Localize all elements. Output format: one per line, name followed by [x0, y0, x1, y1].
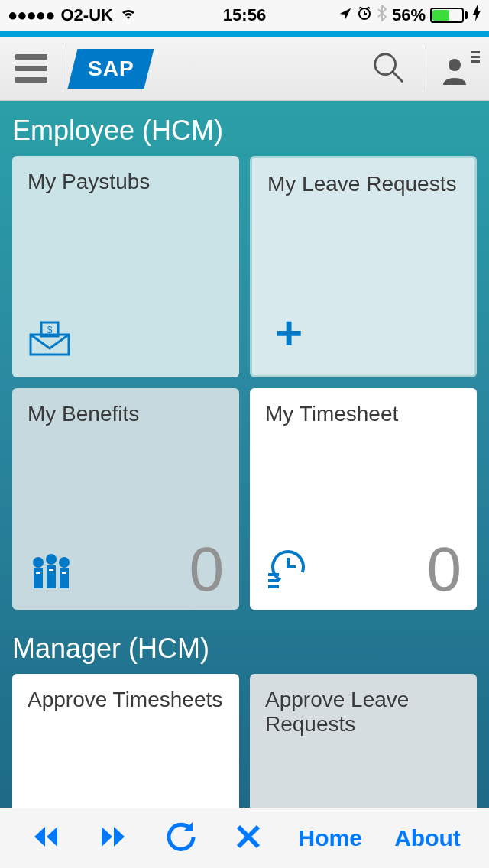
tile-approve-leave-requests[interactable]: Approve Leave Requests — [250, 674, 477, 808]
accent-strip — [0, 31, 489, 37]
timesheet-clock-icon — [265, 549, 306, 593]
tile-title: My Paystubs — [28, 170, 224, 194]
tile-my-benefits[interactable]: My Benefits 0 — [12, 388, 239, 610]
tile-count: 0 — [426, 533, 461, 605]
home-button[interactable]: Home — [298, 825, 361, 851]
app-header: SAP — [0, 37, 489, 101]
back-button[interactable] — [28, 819, 63, 857]
svg-line-2 — [393, 71, 403, 81]
tile-title: My Timesheet — [265, 402, 461, 426]
wifi-icon — [119, 5, 138, 25]
svg-rect-7 — [34, 568, 43, 588]
battery-pct: 56% — [392, 5, 426, 25]
reload-button[interactable] — [164, 819, 199, 857]
paystub-envelope-icon: $ — [28, 318, 72, 361]
svg-point-8 — [46, 554, 57, 565]
tile-my-paystubs[interactable]: My Paystubs $ — [12, 156, 239, 377]
section-title-employee: Employee (HCM) — [12, 115, 477, 147]
browser-toolbar: Home About — [0, 808, 489, 868]
tile-title: My Leave Requests — [267, 172, 459, 196]
tile-my-leave-requests[interactable]: My Leave Requests + — [250, 156, 477, 377]
about-button[interactable]: About — [394, 825, 461, 851]
charging-icon — [472, 5, 481, 26]
section-title-manager: Manager (HCM) — [12, 633, 477, 665]
svg-text:$: $ — [47, 325, 53, 335]
clock: 15:56 — [223, 5, 266, 25]
carrier-label: O2-UK — [60, 5, 112, 25]
location-icon — [338, 5, 352, 25]
signal-dots-icon: ●●●●● — [8, 5, 54, 25]
content-area[interactable]: Employee (HCM) My Paystubs $ My Leave Re… — [0, 101, 489, 808]
bluetooth-icon — [377, 5, 387, 26]
user-menu-button[interactable] — [423, 47, 480, 91]
svg-point-3 — [449, 59, 461, 71]
divider — [63, 47, 63, 91]
close-button[interactable] — [231, 819, 266, 857]
search-button[interactable] — [371, 50, 406, 88]
svg-point-10 — [59, 557, 70, 568]
svg-rect-11 — [60, 568, 69, 588]
tile-title: My Benefits — [28, 402, 224, 426]
svg-point-6 — [33, 557, 44, 568]
tile-approve-timesheets[interactable]: Approve Timesheets — [12, 674, 239, 808]
sap-logo[interactable]: SAP — [68, 49, 154, 89]
tile-my-timesheet[interactable]: My Timesheet 0 — [250, 388, 477, 610]
tile-count: 0 — [189, 533, 224, 605]
tile-title: Approve Leave Requests — [265, 688, 461, 737]
status-bar: ●●●●● O2-UK 15:56 56% — [0, 0, 489, 31]
svg-rect-9 — [47, 565, 56, 588]
forward-button[interactable] — [96, 819, 131, 857]
plus-icon: + — [275, 309, 303, 357]
menu-button[interactable] — [9, 54, 53, 83]
tile-title: Approve Timesheets — [28, 688, 224, 712]
battery-icon — [430, 8, 468, 23]
alarm-icon — [357, 5, 372, 25]
people-icon — [28, 553, 75, 593]
svg-point-1 — [375, 53, 396, 74]
